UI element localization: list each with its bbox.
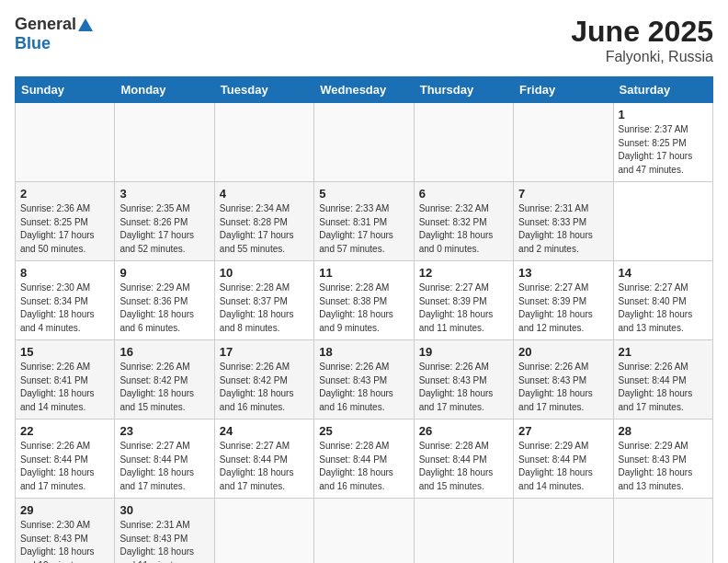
sunset-text: Sunset: 8:44 PM xyxy=(518,454,608,467)
calendar-day-cell: 20Sunrise: 2:26 AMSunset: 8:43 PMDayligh… xyxy=(514,340,613,419)
daylight-text: Daylight: 18 hours xyxy=(419,308,508,322)
day-number: 27 xyxy=(518,424,608,438)
calendar-table: SundayMondayTuesdayWednesdayThursdayFrid… xyxy=(15,76,713,563)
daylight-text: Daylight: 18 hours xyxy=(419,229,508,243)
sunset-text: Sunset: 8:44 PM xyxy=(419,454,508,467)
daylight-minutes-text: and 11 minutes. xyxy=(419,322,508,336)
day-number: 2 xyxy=(20,187,109,201)
sunrise-text: Sunrise: 2:26 AM xyxy=(619,361,708,374)
daylight-minutes-text: and 2 minutes. xyxy=(518,243,608,257)
day-number: 8 xyxy=(20,266,109,280)
day-info: Sunrise: 2:35 AMSunset: 8:26 PMDaylight:… xyxy=(119,202,209,256)
day-info: Sunrise: 2:29 AMSunset: 8:44 PMDaylight:… xyxy=(518,440,608,493)
daylight-text: Daylight: 17 hours xyxy=(319,229,408,243)
daylight-text: Daylight: 18 hours xyxy=(20,387,109,401)
day-number: 16 xyxy=(119,345,209,359)
calendar-day-cell: 14Sunrise: 2:27 AMSunset: 8:40 PMDayligh… xyxy=(613,261,712,340)
daylight-minutes-text: and 15 minutes. xyxy=(119,401,209,415)
calendar-day-cell: 12Sunrise: 2:27 AMSunset: 8:39 PMDayligh… xyxy=(414,261,513,340)
sunrise-text: Sunrise: 2:26 AM xyxy=(419,361,508,374)
day-info: Sunrise: 2:27 AMSunset: 8:39 PMDaylight:… xyxy=(419,282,508,335)
day-info: Sunrise: 2:26 AMSunset: 8:44 PMDaylight:… xyxy=(20,440,109,493)
day-number: 6 xyxy=(419,187,508,201)
calendar-day-cell: 6Sunrise: 2:32 AMSunset: 8:32 PMDaylight… xyxy=(414,182,513,261)
day-info: Sunrise: 2:26 AMSunset: 8:43 PMDaylight:… xyxy=(518,361,608,414)
day-number: 12 xyxy=(419,266,508,280)
sunrise-text: Sunrise: 2:27 AM xyxy=(220,440,309,454)
calendar-header-row: SundayMondayTuesdayWednesdayThursdayFrid… xyxy=(16,77,713,103)
day-number: 25 xyxy=(319,424,408,438)
day-number: 28 xyxy=(619,424,708,438)
calendar-day-cell: 15Sunrise: 2:26 AMSunset: 8:41 PMDayligh… xyxy=(16,340,115,419)
daylight-text: Daylight: 18 hours xyxy=(119,546,209,559)
calendar-day-cell: 26Sunrise: 2:28 AMSunset: 8:44 PMDayligh… xyxy=(414,419,513,499)
page-title: June 2025 xyxy=(571,15,713,49)
daylight-text: Daylight: 18 hours xyxy=(419,466,508,480)
sunrise-text: Sunrise: 2:32 AM xyxy=(419,202,508,216)
sunrise-text: Sunrise: 2:28 AM xyxy=(220,282,309,295)
sunrise-text: Sunrise: 2:29 AM xyxy=(518,440,608,454)
logo-icon xyxy=(77,17,94,33)
day-info: Sunrise: 2:33 AMSunset: 8:31 PMDaylight:… xyxy=(319,202,408,256)
calendar-weekday-sunday: Sunday xyxy=(16,77,115,103)
sunset-text: Sunset: 8:44 PM xyxy=(319,454,408,467)
sunrise-text: Sunrise: 2:27 AM xyxy=(619,282,708,295)
day-number: 5 xyxy=(319,187,408,201)
daylight-minutes-text: and 14 minutes. xyxy=(20,401,109,415)
calendar-day-cell: 4Sunrise: 2:34 AMSunset: 8:28 PMDaylight… xyxy=(214,182,313,261)
daylight-minutes-text: and 12 minutes. xyxy=(20,559,109,564)
calendar-day-cell: 8Sunrise: 2:30 AMSunset: 8:34 PMDaylight… xyxy=(16,261,115,340)
day-info: Sunrise: 2:26 AMSunset: 8:42 PMDaylight:… xyxy=(119,361,209,414)
calendar-week-row: 8Sunrise: 2:30 AMSunset: 8:34 PMDaylight… xyxy=(16,261,713,340)
day-number: 30 xyxy=(119,503,209,517)
daylight-text: Daylight: 18 hours xyxy=(20,308,109,322)
day-info: Sunrise: 2:30 AMSunset: 8:34 PMDaylight:… xyxy=(20,282,109,335)
daylight-minutes-text: and 47 minutes. xyxy=(619,164,708,178)
sunset-text: Sunset: 8:36 PM xyxy=(119,295,209,309)
calendar-week-row: 22Sunrise: 2:26 AMSunset: 8:44 PMDayligh… xyxy=(16,419,713,499)
calendar-weekday-saturday: Saturday xyxy=(613,77,712,103)
sunset-text: Sunset: 8:28 PM xyxy=(220,216,309,230)
title-block: June 2025 Falyonki, Russia xyxy=(571,15,713,65)
calendar-day-cell: 24Sunrise: 2:27 AMSunset: 8:44 PMDayligh… xyxy=(214,419,313,499)
empty-cell xyxy=(414,103,513,182)
daylight-minutes-text: and 55 minutes. xyxy=(220,243,309,257)
calendar-day-cell: 28Sunrise: 2:29 AMSunset: 8:43 PMDayligh… xyxy=(613,419,712,499)
logo-general: General xyxy=(15,15,76,34)
daylight-minutes-text: and 16 minutes. xyxy=(319,480,408,494)
sunset-text: Sunset: 8:37 PM xyxy=(220,295,309,309)
calendar-day-cell: 11Sunrise: 2:28 AMSunset: 8:38 PMDayligh… xyxy=(314,261,414,340)
daylight-minutes-text: and 0 minutes. xyxy=(419,243,508,257)
calendar-day-cell: 18Sunrise: 2:26 AMSunset: 8:43 PMDayligh… xyxy=(314,340,414,419)
daylight-minutes-text: and 52 minutes. xyxy=(119,243,209,257)
daylight-text: Daylight: 18 hours xyxy=(619,308,708,322)
sunrise-text: Sunrise: 2:26 AM xyxy=(119,361,209,374)
sunset-text: Sunset: 8:33 PM xyxy=(518,216,608,230)
day-info: Sunrise: 2:37 AMSunset: 8:25 PMDaylight:… xyxy=(619,123,708,177)
day-number: 26 xyxy=(419,424,508,438)
empty-cell xyxy=(16,103,115,182)
day-number: 4 xyxy=(220,187,309,201)
calendar-day-cell: 16Sunrise: 2:26 AMSunset: 8:42 PMDayligh… xyxy=(115,340,214,419)
day-info: Sunrise: 2:28 AMSunset: 8:44 PMDaylight:… xyxy=(319,440,408,493)
day-number: 17 xyxy=(220,345,309,359)
day-info: Sunrise: 2:27 AMSunset: 8:40 PMDaylight:… xyxy=(619,282,708,335)
day-info: Sunrise: 2:28 AMSunset: 8:38 PMDaylight:… xyxy=(319,282,408,335)
day-number: 1 xyxy=(619,108,708,121)
day-info: Sunrise: 2:36 AMSunset: 8:25 PMDaylight:… xyxy=(20,202,109,256)
calendar-day-cell: 17Sunrise: 2:26 AMSunset: 8:42 PMDayligh… xyxy=(214,340,313,419)
daylight-minutes-text: and 13 minutes. xyxy=(619,480,708,494)
calendar-day-cell: 10Sunrise: 2:28 AMSunset: 8:37 PMDayligh… xyxy=(214,261,313,340)
daylight-text: Daylight: 18 hours xyxy=(518,387,608,401)
calendar-day-cell: 5Sunrise: 2:33 AMSunset: 8:31 PMDaylight… xyxy=(314,182,414,261)
daylight-minutes-text: and 17 minutes. xyxy=(20,480,109,494)
sunset-text: Sunset: 8:26 PM xyxy=(119,216,209,230)
sunset-text: Sunset: 8:43 PM xyxy=(419,374,508,388)
calendar-weekday-thursday: Thursday xyxy=(414,77,513,103)
sunrise-text: Sunrise: 2:27 AM xyxy=(419,282,508,295)
calendar-day-cell: 7Sunrise: 2:31 AMSunset: 8:33 PMDaylight… xyxy=(514,182,613,261)
logo: General Blue xyxy=(15,15,95,53)
day-info: Sunrise: 2:34 AMSunset: 8:28 PMDaylight:… xyxy=(220,202,309,256)
calendar-day-cell: 25Sunrise: 2:28 AMSunset: 8:44 PMDayligh… xyxy=(314,419,414,499)
calendar-weekday-wednesday: Wednesday xyxy=(314,77,414,103)
